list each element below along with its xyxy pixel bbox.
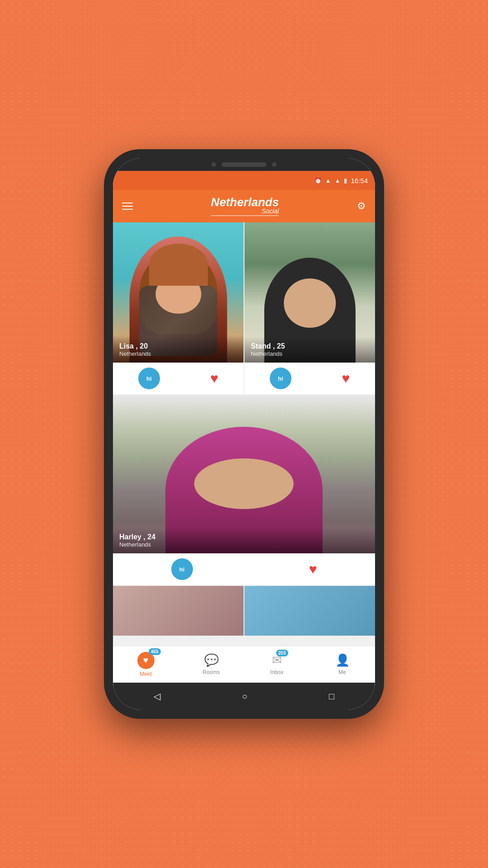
- home-button[interactable]: ○: [242, 691, 247, 702]
- stand-photo: Stand , 25 Netherlands: [244, 222, 375, 363]
- stand-location: Netherlands: [251, 350, 369, 357]
- menu-line-1: [122, 203, 133, 203]
- wifi-icon: ▲: [325, 177, 331, 184]
- harley-photo: Harley , 24 Netherlands: [113, 395, 375, 553]
- alarm-icon: ⏰: [314, 177, 322, 184]
- stand-name: Stand , 25: [251, 342, 369, 350]
- lisa-name: Lisa , 20: [119, 342, 237, 350]
- menu-line-3: [122, 209, 133, 210]
- status-icons: ⏰ ▲ ▲ ▮ 16:54: [314, 177, 368, 184]
- harley-overlay: Harley , 24 Netherlands: [113, 528, 375, 553]
- phone-top-chrome: [113, 158, 375, 171]
- harley-heart-button[interactable]: ♥: [309, 561, 317, 577]
- app-subtitle: Social: [211, 208, 279, 214]
- me-icon-wrap: 👤: [335, 653, 350, 667]
- me-icon: 👤: [335, 653, 350, 667]
- nav-tab-rooms[interactable]: 💬 Rooms: [178, 653, 244, 675]
- app-name: Netherlands: [211, 196, 279, 208]
- me-label: Me: [338, 669, 346, 675]
- app-header: Netherlands Social ⚙: [113, 190, 375, 222]
- menu-line-2: [122, 206, 133, 207]
- phone-screen: ⏰ ▲ ▲ ▮ 16:54 Netherlands Social ⚙: [113, 158, 375, 710]
- partial-card-2: [244, 586, 375, 636]
- lisa-overlay: Lisa , 20 Netherlands: [113, 337, 244, 363]
- stand-hi-button[interactable]: hi: [270, 368, 291, 389]
- menu-button[interactable]: [122, 203, 133, 210]
- rooms-label: Rooms: [202, 669, 220, 675]
- profile-row-1: Lisa , 20 Netherlands hi ♥: [113, 222, 375, 394]
- battery-icon: ▮: [344, 177, 347, 184]
- back-button[interactable]: ◁: [154, 691, 160, 702]
- harley-name: Harley , 24: [119, 533, 369, 541]
- recents-button[interactable]: □: [329, 691, 334, 702]
- content-area: Lisa , 20 Netherlands hi ♥: [113, 222, 375, 646]
- inbox-badge: 203: [276, 650, 288, 656]
- camera-dot: [211, 162, 216, 167]
- inbox-label: Inbox: [270, 669, 283, 675]
- harley-hi-button[interactable]: hi: [171, 558, 193, 580]
- lisa-hi-button[interactable]: hi: [138, 368, 160, 389]
- profile-card-harley[interactable]: Harley , 24 Netherlands hi ♥: [113, 395, 375, 585]
- partial-photo-1: [113, 586, 244, 636]
- partial-photo-2: [244, 586, 375, 636]
- harley-heart-icon: ♥: [309, 561, 317, 576]
- status-time: 16:54: [351, 177, 368, 184]
- nav-tab-inbox[interactable]: ✉ 203 Inbox: [244, 653, 310, 675]
- phone-frame: ⏰ ▲ ▲ ▮ 16:54 Netherlands Social ⚙: [104, 149, 384, 719]
- camera-dot-2: [272, 162, 277, 167]
- lisa-action-bar: hi ♥: [113, 363, 244, 394]
- app-title: Netherlands Social: [211, 196, 279, 216]
- harley-hi-label: hi: [179, 566, 185, 573]
- settings-button[interactable]: ⚙: [357, 200, 366, 212]
- lisa-photo: Lisa , 20 Netherlands: [113, 222, 244, 363]
- meet-label: Meet: [140, 671, 152, 677]
- profile-row-2: Harley , 24 Netherlands hi ♥: [113, 395, 375, 585]
- signal-icon: ▲: [335, 177, 341, 184]
- nav-tab-me[interactable]: 👤 Me: [310, 653, 375, 675]
- bottom-nav: ♥ 465 Meet 💬 Rooms ✉ 203 Inbox: [113, 646, 375, 683]
- harley-action-bar: hi ♥: [113, 553, 375, 585]
- lisa-location: Netherlands: [119, 350, 237, 357]
- lisa-heart-button[interactable]: ♥: [210, 371, 218, 386]
- title-underline: [211, 215, 279, 216]
- rooms-icon: 💬: [204, 653, 219, 667]
- stand-action-bar: hi ♥: [244, 363, 375, 394]
- lisa-hair: [149, 244, 207, 286]
- nav-tab-meet[interactable]: ♥ 465 Meet: [113, 652, 178, 677]
- partial-profile-row: [113, 586, 375, 636]
- lisa-hi-label: hi: [146, 375, 152, 382]
- status-bar: ⏰ ▲ ▲ ▮ 16:54: [113, 171, 375, 190]
- stand-overlay: Stand , 25 Netherlands: [244, 337, 375, 363]
- meet-icon-wrap: ♥ 465: [137, 652, 155, 669]
- profile-card-stand[interactable]: Stand , 25 Netherlands hi ♥: [244, 222, 375, 394]
- phone-bottom-chrome: ◁ ○ □: [113, 683, 375, 710]
- speaker-grille: [221, 162, 267, 167]
- harley-location: Netherlands: [119, 541, 369, 548]
- stand-heart-icon: ♥: [342, 371, 350, 386]
- stand-hi-label: hi: [278, 375, 283, 382]
- profile-card-lisa[interactable]: Lisa , 20 Netherlands hi ♥: [113, 222, 244, 394]
- meet-heart-icon: ♥: [143, 655, 149, 665]
- rooms-icon-wrap: 💬: [204, 653, 219, 667]
- meet-badge: 465: [149, 648, 161, 655]
- partial-card-1: [113, 586, 244, 636]
- stand-heart-button[interactable]: ♥: [342, 371, 350, 386]
- inbox-icon-wrap: ✉ 203: [272, 653, 282, 667]
- lisa-heart-icon: ♥: [210, 371, 218, 386]
